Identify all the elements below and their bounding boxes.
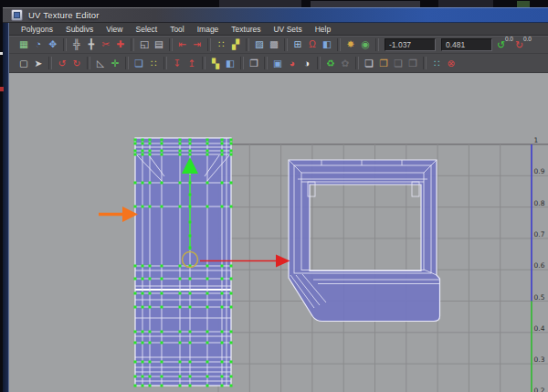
cut-uv-edges-icon[interactable]: ✂ [99, 37, 113, 51]
rotate-cw-angle-icon[interactable]: ↻0.0 [513, 37, 532, 52]
uv-canvas-svg[interactable]: 10.90.80.70.60.50.40.30.2 [9, 73, 548, 392]
paste-uvs-icon[interactable]: ❐ [376, 57, 391, 70]
v-coordinate-field[interactable] [441, 38, 492, 51]
lasso-select-icon[interactable]: ➤ [31, 57, 46, 70]
toolbar-separator [163, 57, 167, 69]
v-axis-label: 0.5 [534, 293, 545, 302]
fold-uvs-icon[interactable]: ◱ [137, 37, 152, 51]
toolbar-separator [207, 38, 211, 51]
snap-grid-dots-icon[interactable]: ∷ [146, 57, 161, 70]
v-axis-label: 0.8 [534, 199, 545, 207]
distribute-v-icon[interactable]: ▞ [228, 37, 243, 51]
shade-uvs-icon[interactable]: ◧ [320, 37, 334, 51]
v-axis-label: 0.6 [534, 261, 545, 270]
distribute-u-icon[interactable]: ∷ [214, 37, 228, 51]
toolbar-separator [169, 38, 173, 51]
rotate-cw-45-icon[interactable]: ↻ [69, 57, 84, 70]
grid-numbers-icon[interactable]: ◉ [358, 37, 373, 51]
menu-view[interactable]: View [100, 25, 129, 34]
desktop-noise-patch [438, 0, 493, 7]
left-uv-shell[interactable] [134, 138, 233, 387]
menu-help[interactable]: Help [309, 25, 337, 34]
toolbar-separator [202, 57, 206, 69]
desktop-noise-patch [219, 0, 301, 7]
rotate-ccw-angle-icon[interactable]: ↺0.0 [495, 37, 513, 52]
toolbar-separator [375, 38, 379, 51]
title-bar[interactable]: UV Texture Editor [3, 7, 548, 23]
toolbar-separator [131, 38, 134, 51]
toolbar-separator [240, 57, 244, 69]
select-shortest-path-icon[interactable]: ▢ [16, 57, 31, 70]
display-alpha-channel-icon[interactable]: ◑ [300, 57, 314, 70]
toolbar-separator [246, 38, 249, 51]
toggle-checker-icon[interactable]: ▩ [267, 37, 281, 51]
right-uv-shell[interactable] [289, 160, 440, 322]
paste-u-only-icon[interactable]: ❏ [391, 57, 406, 70]
duplicate-shell-icon[interactable]: ❐ [247, 57, 261, 70]
flip-u-icon[interactable]: ▦ [16, 37, 31, 51]
snap-to-corner-icon[interactable]: ▚ [208, 57, 223, 70]
flip-uvs-icon[interactable]: ◺ [93, 57, 108, 70]
paste-v-only-icon[interactable]: ❐ [406, 57, 420, 70]
v-axis-label: 1 [534, 136, 539, 144]
cycle-uvs-icon[interactable]: ∷ [429, 57, 444, 70]
desktop-noise-patch [311, 1, 420, 7]
layout-move-right-icon[interactable]: ⇥ [190, 37, 205, 51]
layout-move-left-icon[interactable]: ⇤ [175, 37, 190, 51]
display-image-icon[interactable]: ▨ [252, 37, 267, 51]
v-axis-label: 0.7 [534, 230, 545, 238]
align-v-bottom-icon[interactable]: ↧ [170, 57, 184, 70]
rotate-ccw-angle-value: 0.0 [505, 36, 513, 42]
menu-polygons[interactable]: Polygons [15, 25, 59, 34]
toolbar-row-1: ▦◔✥╬╋✂✚◱▤⇤⇥∷▞▨▩⊞Ω◧✸◉↺0.0↻0.0 [9, 36, 548, 54]
snap-to-bounds-icon[interactable]: ◧ [223, 57, 237, 70]
toolbar-row-2: ▢➤↺↻◺✛❏∷↧↥▚◧❐▣◕◑♻✿❏❐❏❐∷⊗ [9, 54, 548, 73]
pixel-snap-magnet-icon[interactable]: Ω [305, 37, 320, 51]
refresh-texture-icon[interactable]: ♻ [323, 57, 338, 70]
sew-uv-edges-icon[interactable]: ✚ [113, 37, 128, 51]
menu-subdivs[interactable]: Subdivs [59, 25, 100, 34]
v-axis-labels: 10.90.80.70.60.50.40.30.2 [534, 136, 545, 392]
window-title: UV Texture Editor [28, 10, 100, 20]
move-pivot-icon[interactable]: ✛ [108, 57, 122, 70]
v-axis-label: 0.9 [534, 167, 545, 175]
menu-uv-sets[interactable]: UV Sets [267, 25, 308, 34]
delete-uvs-icon[interactable]: ⊗ [444, 57, 458, 70]
dim-image-icon[interactable]: ✸ [343, 37, 358, 51]
toolbar-separator [264, 57, 268, 69]
rotate-cw-angle-value: 0.0 [523, 36, 532, 42]
u-coordinate-field[interactable] [385, 38, 436, 51]
menu-image[interactable]: Image [191, 25, 226, 34]
align-u-min-icon[interactable]: ╬ [69, 37, 84, 51]
update-psd-network-icon[interactable]: ✿ [338, 57, 353, 70]
toggle-shaded-display-icon[interactable]: ▣ [270, 57, 285, 70]
uv-canvas[interactable]: 10.90.80.70.60.50.40.30.2 [9, 73, 548, 392]
toolbar-separator [284, 38, 288, 51]
window-icon [11, 9, 23, 21]
menu-bar: PolygonsSubdivsViewSelectToolImageTextur… [9, 23, 548, 36]
copy-uvs-icon[interactable]: ❏ [362, 57, 376, 70]
menu-tool[interactable]: Tool [163, 25, 191, 34]
v-axis-label: 0.3 [534, 355, 545, 364]
toggle-grid-icon[interactable]: ⊞ [290, 37, 305, 51]
v-axis-label: 0.2 [534, 387, 545, 392]
rotate-ccw-45-icon[interactable]: ↺ [55, 57, 69, 70]
align-v-top-icon[interactable]: ↥ [184, 57, 199, 70]
toolbar-separator [337, 38, 341, 51]
rotate-uvs-tool-icon[interactable]: ◔ [31, 37, 46, 51]
desktop-noise-patch [517, 1, 530, 7]
toolbar-separator [63, 38, 67, 51]
copy-uv-shell-icon[interactable]: ❏ [132, 57, 146, 70]
align-u-max-icon[interactable]: ╋ [84, 37, 99, 51]
unfold-uvs-icon[interactable]: ▤ [152, 37, 166, 51]
menu-textures[interactable]: Textures [225, 25, 267, 34]
display-rgb-channels-icon[interactable]: ◕ [285, 57, 300, 70]
toolbar-separator [317, 57, 321, 69]
move-uv-shell-tool-icon[interactable]: ✥ [46, 37, 60, 51]
toolbar-separator [423, 57, 427, 69]
menu-select[interactable]: Select [130, 25, 164, 34]
v-axis-label: 0.4 [534, 324, 545, 333]
uv-texture-editor-window: UV Texture Editor PolygonsSubdivsViewSel… [3, 7, 548, 392]
toolbar-separator [48, 57, 52, 69]
desktop-noise-patch [0, 87, 4, 91]
